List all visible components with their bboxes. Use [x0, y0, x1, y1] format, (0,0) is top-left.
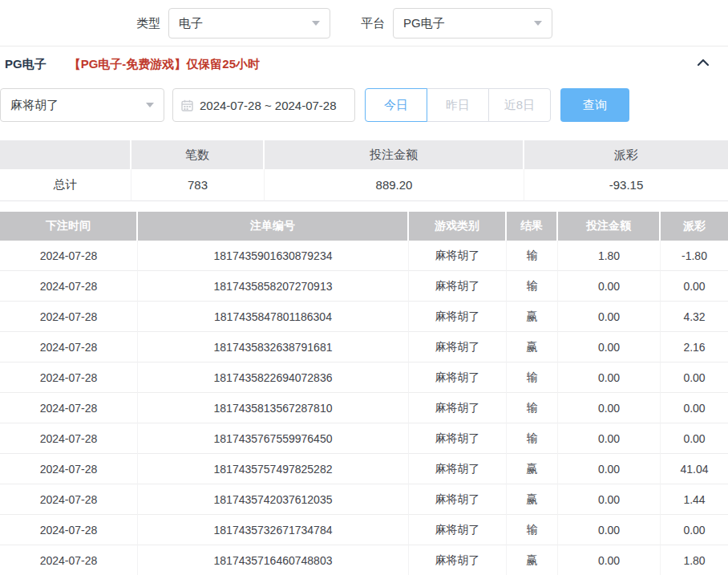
- bet-time-cell: 2024-07-28: [0, 241, 138, 271]
- collapse-toggle[interactable]: [696, 57, 710, 71]
- type-select[interactable]: 电子: [168, 8, 330, 38]
- bet-amount-cell: 0.00: [558, 454, 661, 484]
- header-order-number: 注单编号: [138, 212, 409, 241]
- summary-total-row: 总计 783 889.20 -93.15: [0, 169, 728, 201]
- summary-header-payout: 派彩: [524, 140, 728, 169]
- summary-header-blank: [0, 140, 131, 169]
- payout-cell: 41.04: [661, 454, 728, 484]
- bet-amount-cell: 0.00: [558, 362, 661, 393]
- result-cell: 输: [507, 393, 558, 423]
- game-type-cell: 麻将胡了: [409, 423, 507, 454]
- header-payout: 派彩: [661, 212, 728, 241]
- game-type-cell: 麻将胡了: [409, 515, 507, 545]
- game-type-cell: 麻将胡了: [409, 302, 507, 332]
- game-type-cell: 麻将胡了: [409, 241, 507, 271]
- summary-total-label: 总计: [0, 169, 131, 201]
- bet-amount-cell: 0.00: [558, 515, 661, 545]
- table-row: 2024-07-281817435757497825282麻将胡了赢0.0041…: [0, 454, 728, 484]
- order-number-cell: 1817435901630879234: [138, 241, 409, 271]
- header-result: 结果: [507, 212, 558, 241]
- caret-down-icon: [312, 21, 320, 26]
- order-number-cell: 1817435716460748803: [138, 545, 409, 575]
- search-button[interactable]: 查询: [560, 88, 629, 122]
- table-row: 2024-07-281817435822694072836麻将胡了输0.000.…: [0, 362, 728, 393]
- order-number-cell: 1817435847801186304: [138, 302, 409, 332]
- bet-time-cell: 2024-07-28: [0, 454, 138, 484]
- table-row: 2024-07-281817435742037612035麻将胡了赢0.001.…: [0, 484, 728, 515]
- bet-time-cell: 2024-07-28: [0, 393, 138, 423]
- caret-down-icon: [146, 103, 154, 107]
- result-cell: 赢: [507, 302, 558, 332]
- order-number-cell: 1817435832638791681: [138, 332, 409, 362]
- result-cell: 输: [507, 423, 558, 454]
- result-cell: 输: [507, 241, 558, 271]
- summary-payout-value: -93.15: [524, 169, 728, 201]
- last8days-button[interactable]: 近8日: [488, 88, 551, 122]
- section-header: PG电子 【PG电子-免费游戏】仅保留25小时: [0, 46, 728, 82]
- summary-header-count: 笔数: [131, 140, 265, 169]
- yesterday-button[interactable]: 昨日: [427, 88, 489, 122]
- bet-time-cell: 2024-07-28: [0, 484, 138, 515]
- result-cell: 输: [507, 362, 558, 393]
- summary-header-bet-amount: 投注金额: [265, 140, 524, 169]
- table-row: 2024-07-281817435847801186304麻将胡了赢0.004.…: [0, 302, 728, 332]
- bet-time-cell: 2024-07-28: [0, 545, 138, 575]
- game-select-value: 麻将胡了: [10, 98, 59, 113]
- top-filter-bar: 类型 电子 平台 PG电子: [136, 0, 728, 38]
- table-row: 2024-07-281817435813567287810麻将胡了输0.000.…: [0, 393, 728, 423]
- result-cell: 赢: [507, 332, 558, 362]
- table-row: 2024-07-281817435858207270913麻将胡了输0.000.…: [0, 271, 728, 302]
- payout-cell: -1.80: [661, 241, 728, 271]
- game-select[interactable]: 麻将胡了: [0, 88, 164, 122]
- bet-table-body: 2024-07-281817435901630879234麻将胡了输1.80-1…: [0, 241, 728, 575]
- bet-records-table: 下注时间 注单编号 游戏类别 结果 投注金额 派彩 2024-07-281817…: [0, 212, 728, 575]
- summary-table: 笔数 投注金额 派彩 总计 783 889.20 -93.15: [0, 140, 728, 201]
- bet-amount-cell: 0.00: [558, 332, 661, 362]
- bet-amount-cell: 0.00: [558, 393, 661, 423]
- table-row: 2024-07-281817435732671734784麻将胡了输0.000.…: [0, 515, 728, 545]
- payout-cell: 0.00: [661, 393, 728, 423]
- payout-cell: 1.80: [661, 545, 728, 575]
- summary-count-value: 783: [131, 169, 265, 201]
- payout-cell: 0.00: [661, 423, 728, 454]
- game-type-cell: 麻将胡了: [409, 454, 507, 484]
- game-type-cell: 麻将胡了: [409, 332, 507, 362]
- section-title: PG电子: [5, 57, 47, 72]
- bet-amount-cell: 0.00: [558, 423, 661, 454]
- table-row: 2024-07-281817435901630879234麻将胡了输1.80-1…: [0, 241, 728, 271]
- date-range-value: 2024-07-28 ~ 2024-07-28: [200, 99, 337, 112]
- section-notice: 【PG电子-免费游戏】仅保留25小时: [69, 57, 260, 72]
- header-bet-time: 下注时间: [0, 212, 138, 241]
- game-type-cell: 麻将胡了: [409, 545, 507, 575]
- game-type-cell: 麻将胡了: [409, 393, 507, 423]
- platform-select[interactable]: PG电子: [393, 8, 552, 38]
- game-type-cell: 麻将胡了: [409, 484, 507, 515]
- order-number-cell: 1817435767559976450: [138, 423, 409, 454]
- game-type-cell: 麻将胡了: [409, 271, 507, 302]
- today-button[interactable]: 今日: [365, 88, 427, 122]
- bet-amount-cell: 0.00: [558, 302, 661, 332]
- summary-header-row: 笔数 投注金额 派彩: [0, 140, 728, 169]
- bet-table-header-row: 下注时间 注单编号 游戏类别 结果 投注金额 派彩: [0, 212, 728, 241]
- bet-time-cell: 2024-07-28: [0, 423, 138, 454]
- bet-time-cell: 2024-07-28: [0, 332, 138, 362]
- bet-amount-cell: 1.80: [558, 241, 661, 271]
- order-number-cell: 1817435813567287810: [138, 393, 409, 423]
- table-row: 2024-07-281817435832638791681麻将胡了赢0.002.…: [0, 332, 728, 362]
- table-row: 2024-07-281817435716460748803麻将胡了赢0.001.…: [0, 545, 728, 575]
- caret-down-icon: [534, 21, 542, 26]
- result-cell: 赢: [507, 545, 558, 575]
- result-cell: 输: [507, 515, 558, 545]
- calendar-icon: [181, 99, 193, 111]
- bet-time-cell: 2024-07-28: [0, 362, 138, 393]
- game-type-cell: 麻将胡了: [409, 362, 507, 393]
- result-cell: 赢: [507, 454, 558, 484]
- platform-label: 平台: [361, 16, 385, 31]
- result-cell: 输: [507, 271, 558, 302]
- table-row: 2024-07-281817435767559976450麻将胡了输0.000.…: [0, 423, 728, 454]
- result-cell: 赢: [507, 484, 558, 515]
- bet-time-cell: 2024-07-28: [0, 515, 138, 545]
- payout-cell: 0.00: [661, 362, 728, 393]
- date-range-input[interactable]: 2024-07-28 ~ 2024-07-28: [172, 88, 355, 122]
- summary-bet-amount-value: 889.20: [265, 169, 524, 201]
